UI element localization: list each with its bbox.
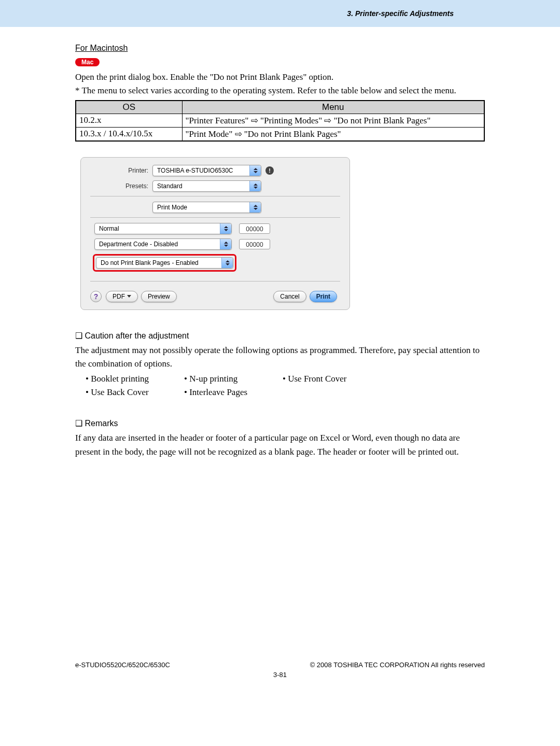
help-icon[interactable]: ? xyxy=(90,291,102,302)
table-row: 10.3.x / 10.4.x/10.5x "Print Mode" ⇨ "Do… xyxy=(76,127,484,141)
cell-os: 10.2.x xyxy=(76,114,182,127)
print-button[interactable]: Print xyxy=(310,291,337,302)
note-text: * The menu to select varies according to… xyxy=(75,84,485,97)
list-item: • N-up printing xyxy=(184,374,283,384)
printer-select[interactable]: TOSHIBA e-STUDIO6530C xyxy=(152,165,261,176)
mac-badge: Mac xyxy=(75,58,100,66)
printer-value: TOSHIBA e-STUDIO6530C xyxy=(157,167,233,174)
chevron-updown-icon xyxy=(220,239,231,249)
remarks-heading: ❑ Remarks xyxy=(75,418,485,428)
options-grid: • Booklet printing • N-up printing • Use… xyxy=(75,374,485,398)
presets-label: Presets: xyxy=(90,182,152,190)
list-item: • Use Back Cover xyxy=(86,387,184,398)
blank-pages-value: Do not Print Blank Pages - Enabled xyxy=(101,259,199,266)
chapter-title: 3. Printer-specific Adjustments xyxy=(347,9,454,18)
list-item: • Booklet printing xyxy=(86,374,184,384)
print-label: Print xyxy=(316,293,330,300)
pane-select[interactable]: Print Mode xyxy=(152,202,261,213)
footer-left: e-STUDIO5520C/6520C/6530C xyxy=(75,661,170,669)
col-os: OS xyxy=(76,101,182,114)
divider xyxy=(90,196,340,196)
mode-value: Normal xyxy=(99,225,119,232)
opt-label: N-up printing xyxy=(189,374,237,384)
page-content: For Macintosh Mac Open the print dialog … xyxy=(0,27,560,480)
caution-heading: ❑ Caution after the adjustment xyxy=(75,331,485,341)
divider xyxy=(90,281,340,281)
remarks-title: Remarks xyxy=(85,419,118,428)
cell-os: 10.3.x / 10.4.x/10.5x xyxy=(76,127,182,141)
remarks-text: If any data are inserted in the header o… xyxy=(75,431,485,459)
chevron-updown-icon xyxy=(249,181,261,191)
pane-value: Print Mode xyxy=(157,204,187,211)
presets-select[interactable]: Standard xyxy=(152,180,261,192)
opt-label: Interleave Pages xyxy=(189,387,247,397)
pdf-button[interactable]: PDF xyxy=(106,291,138,302)
page-number: 3-81 xyxy=(0,671,560,679)
preview-button[interactable]: Preview xyxy=(141,291,177,302)
section-title: For Macintosh xyxy=(75,44,485,53)
list-item: • Use Front Cover xyxy=(283,374,381,384)
preview-label: Preview xyxy=(148,293,170,300)
col-menu: Menu xyxy=(182,101,484,114)
mode-select[interactable]: Normal xyxy=(94,223,232,234)
chevron-updown-icon xyxy=(249,165,261,176)
chevron-updown-icon xyxy=(221,258,233,268)
opt-label: Use Back Cover xyxy=(91,387,148,397)
opt-label: Use Front Cover xyxy=(288,374,346,384)
chevron-down-icon xyxy=(127,295,131,298)
value-box: 00000 xyxy=(239,239,270,249)
highlight-box: Do not Print Blank Pages - Enabled xyxy=(93,254,236,272)
caution-text: The adjustment may not possibly operate … xyxy=(75,344,485,371)
list-item: • Interleave Pages xyxy=(184,387,283,398)
cell-menu: "Printer Features" ⇨ "Printing Modes" ⇨ … xyxy=(182,114,484,127)
intro-text: Open the print dialog box. Enable the "D… xyxy=(75,71,485,84)
chevron-updown-icon xyxy=(220,223,231,234)
printer-label: Printer: xyxy=(90,167,152,174)
dept-select[interactable]: Department Code - Disabled xyxy=(94,238,232,250)
table-row: 10.2.x "Printer Features" ⇨ "Printing Mo… xyxy=(76,114,484,127)
cell-menu: "Print Mode" ⇨ "Do not Print Blank Pages… xyxy=(182,127,484,141)
divider xyxy=(90,217,340,218)
chevron-updown-icon xyxy=(249,202,261,213)
footer-right: © 2008 TOSHIBA TEC CORPORATION All right… xyxy=(310,661,485,669)
caution-title: Caution after the adjustment xyxy=(85,331,189,340)
presets-value: Standard xyxy=(157,182,183,190)
dept-value: Department Code - Disabled xyxy=(99,241,178,248)
cancel-button[interactable]: Cancel xyxy=(273,291,306,302)
print-dialog: Printer: TOSHIBA e-STUDIO6530C ! Presets… xyxy=(80,157,350,310)
page-footer: e-STUDIO5520C/6520C/6530C © 2008 TOSHIBA… xyxy=(0,661,560,669)
info-icon[interactable]: ! xyxy=(265,166,274,175)
opt-label: Booklet printing xyxy=(91,374,149,384)
value-box: 00000 xyxy=(239,223,270,234)
os-menu-table: OS Menu 10.2.x "Printer Features" ⇨ "Pri… xyxy=(75,100,485,142)
blank-pages-select[interactable]: Do not Print Blank Pages - Enabled xyxy=(96,257,233,269)
chapter-header: 3. Printer-specific Adjustments xyxy=(0,0,560,27)
pdf-label: PDF xyxy=(113,293,125,300)
cancel-label: Cancel xyxy=(280,293,299,300)
